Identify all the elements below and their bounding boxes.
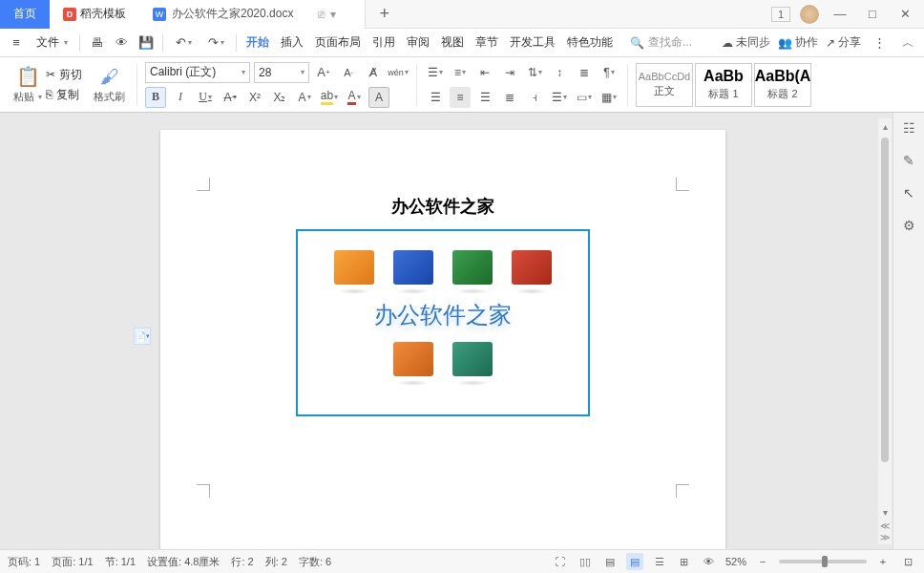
subscript-button[interactable]: X₂ xyxy=(269,87,290,108)
search-box[interactable]: 🔍 查找命... xyxy=(622,32,700,53)
tab-chapter[interactable]: 章节 xyxy=(472,32,502,53)
status-section[interactable]: 节: 1/1 xyxy=(105,555,136,569)
highlight-button[interactable]: ab▾ xyxy=(319,87,340,108)
bold-button[interactable]: B xyxy=(145,87,166,108)
paste-button[interactable]: 📋 粘贴▾ xyxy=(10,63,46,106)
fit-page-icon[interactable]: ⊡ xyxy=(899,553,916,570)
status-page[interactable]: 页面: 1/1 xyxy=(52,555,93,569)
tab-more-icon[interactable]: ▾ xyxy=(330,8,336,21)
minimize-button[interactable]: — xyxy=(829,3,851,26)
increase-font-icon[interactable]: A+ xyxy=(313,62,334,83)
character-shading-button[interactable]: A xyxy=(368,87,389,108)
spacing-button[interactable]: ≣ xyxy=(574,62,595,83)
presentation-mode-icon[interactable]: ⎚ xyxy=(318,8,325,21)
scroll-up-icon[interactable]: ▴ xyxy=(879,120,891,132)
decrease-font-icon[interactable]: A- xyxy=(338,62,359,83)
text-effects-button[interactable]: A▾ xyxy=(294,87,315,108)
settings-slider-icon[interactable]: ⚙ xyxy=(899,216,918,235)
status-page-no[interactable]: 页码: 1 xyxy=(8,555,40,569)
web-layout-icon[interactable]: ▤ xyxy=(601,553,619,570)
close-button[interactable]: ✕ xyxy=(893,3,916,26)
status-col[interactable]: 列: 2 xyxy=(265,555,287,569)
tab-review[interactable]: 审阅 xyxy=(403,32,433,53)
style-heading2[interactable]: AaBb(A 标题 2 xyxy=(754,63,811,107)
print-layout-icon[interactable]: ▤ xyxy=(626,553,643,570)
pointer-icon[interactable]: ↖ xyxy=(899,183,918,202)
tab-references[interactable]: 引用 xyxy=(368,32,399,53)
vertical-scrollbar[interactable]: ▴ ▾ ≪ ≫ xyxy=(878,118,892,544)
share-button[interactable]: ↗ 分享 xyxy=(826,34,861,51)
underline-button[interactable]: U▾ xyxy=(195,87,216,108)
align-left-button[interactable]: ☰ xyxy=(425,87,446,108)
fullscreen-icon[interactable]: ⛶ xyxy=(552,553,569,570)
tab-special[interactable]: 特色功能 xyxy=(563,32,617,53)
scroll-down-icon[interactable]: ▾ xyxy=(879,506,891,518)
print-icon[interactable]: 🖶 xyxy=(86,32,107,53)
reading-view-icon[interactable]: ▯▯ xyxy=(577,553,594,570)
status-line[interactable]: 行: 2 xyxy=(231,555,253,569)
zoom-in-button[interactable]: + xyxy=(874,553,892,570)
eye-icon[interactable]: 👁 xyxy=(701,553,718,570)
strikethrough-button[interactable]: A▾ xyxy=(220,87,241,108)
collapse-ribbon-icon[interactable]: ︿ xyxy=(897,32,918,53)
align-justify-button[interactable]: ≣ xyxy=(499,87,520,108)
superscript-button[interactable]: X² xyxy=(244,87,265,108)
sort-button[interactable]: ↕ xyxy=(549,62,570,83)
increase-indent-button[interactable]: ⇥ xyxy=(499,62,520,83)
file-menu[interactable]: 文件 ▾ xyxy=(31,32,74,53)
clear-format-icon[interactable]: A̸ xyxy=(363,62,384,83)
unsync-button[interactable]: ☁ 未同步 xyxy=(722,34,770,51)
tab-start[interactable]: 开始 xyxy=(242,32,273,53)
document-viewport[interactable]: 📄▾ 办公软件之家 办公软件之家 xyxy=(0,113,892,549)
zoom-slider[interactable] xyxy=(779,560,867,563)
copy-button[interactable]: ⎘ 复制 xyxy=(46,87,82,103)
zoom-out-button[interactable]: − xyxy=(754,553,771,570)
tab-daoke-templates[interactable]: D 稻壳模板 xyxy=(50,0,139,29)
new-tab-button[interactable]: + xyxy=(366,4,403,24)
font-color-button[interactable]: A▾ xyxy=(344,87,365,108)
maximize-button[interactable]: □ xyxy=(861,3,884,26)
phonetic-guide-icon[interactable]: wén▾ xyxy=(388,62,409,83)
status-chars[interactable]: 字数: 6 xyxy=(299,555,331,569)
line-spacing-button[interactable]: ☰▾ xyxy=(549,87,570,108)
align-right-button[interactable]: ☰ xyxy=(474,87,495,108)
tab-developer[interactable]: 开发工具 xyxy=(506,32,559,53)
tab-view[interactable]: 视图 xyxy=(437,32,468,53)
prev-page-icon[interactable]: ≪ xyxy=(879,520,891,531)
collab-button[interactable]: 👥 协作 xyxy=(778,34,818,51)
style-heading1[interactable]: AaBb 标题 1 xyxy=(695,63,752,107)
undo-button[interactable]: ↶▾ xyxy=(169,32,198,53)
show-marks-button[interactable]: ¶▾ xyxy=(598,62,620,83)
cut-button[interactable]: ✂ 剪切 xyxy=(46,67,82,83)
selected-image[interactable]: 办公软件之家 xyxy=(296,229,590,416)
decrease-indent-button[interactable]: ⇤ xyxy=(474,62,495,83)
section-nav-icon[interactable]: ⊞ xyxy=(676,553,693,570)
window-page-indicator[interactable]: 1 xyxy=(771,7,790,22)
shading-button[interactable]: ▭▾ xyxy=(574,87,595,108)
document-page[interactable]: 办公软件之家 办公软件之家 xyxy=(160,130,725,549)
font-family-select[interactable]: Calibri (正文) ▾ xyxy=(145,62,250,83)
document-heading[interactable]: 办公软件之家 xyxy=(160,195,725,218)
more-menu-icon[interactable]: ⋮ xyxy=(869,32,890,53)
save-icon[interactable]: 💾 xyxy=(136,32,157,53)
align-center-button[interactable]: ≡ xyxy=(450,87,471,108)
tab-insert[interactable]: 插入 xyxy=(277,32,307,53)
page-options-icon[interactable]: 📄▾ xyxy=(134,328,151,345)
scroll-thumb[interactable] xyxy=(881,138,889,462)
bullet-list-button[interactable]: ☰▾ xyxy=(425,62,446,83)
border-button[interactable]: ▦▾ xyxy=(598,87,620,108)
font-size-select[interactable]: 28 ▾ xyxy=(254,62,309,83)
tab-document[interactable]: W 办公软件之家2020.docx ⎚ ▾ xyxy=(139,0,366,29)
zoom-thumb[interactable] xyxy=(822,556,828,567)
outline-view-icon[interactable]: ☰ xyxy=(651,553,668,570)
hamburger-menu-icon[interactable]: ≡ xyxy=(6,32,27,53)
pen-icon[interactable]: ✎ xyxy=(899,151,918,170)
tab-home[interactable]: 首页 xyxy=(0,0,50,29)
toolbox-icon[interactable]: ☷ xyxy=(899,118,918,138)
distribute-button[interactable]: ⫞ xyxy=(524,87,545,108)
next-page-icon[interactable]: ≫ xyxy=(879,531,891,542)
zoom-value[interactable]: 52% xyxy=(725,556,746,567)
italic-button[interactable]: I xyxy=(170,87,191,108)
format-painter-button[interactable]: 🖌 格式刷 xyxy=(90,64,129,106)
style-body[interactable]: AaBbCcDd 正文 xyxy=(636,63,693,107)
